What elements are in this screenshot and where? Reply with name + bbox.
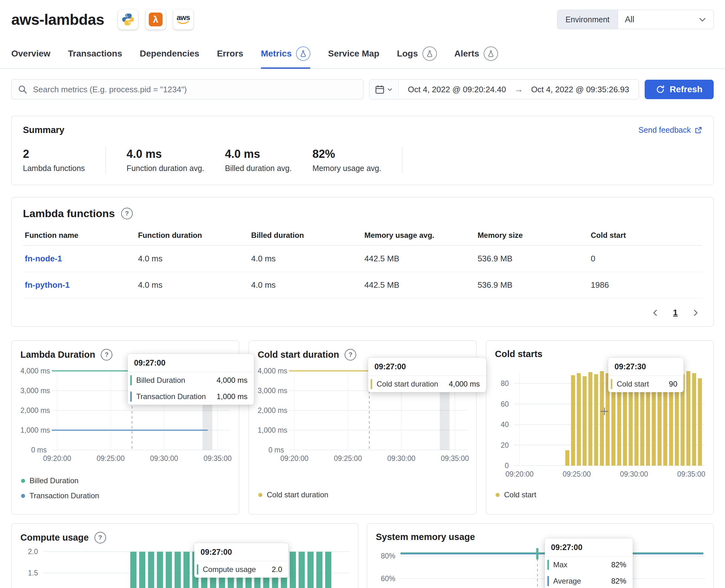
- x-axis-label: 09:30:00: [150, 454, 178, 463]
- tab-alerts[interactable]: Alerts: [454, 46, 498, 68]
- chart-title: System memory usage: [376, 532, 475, 542]
- x-axis-label: 09:35:00: [203, 454, 232, 463]
- chart-tooltip: 09:27:00Max82%Average82%: [545, 539, 633, 588]
- chart-title: Compute usage: [20, 532, 89, 543]
- cell-memory-size: 536.9 MB: [476, 246, 589, 272]
- legend-label: Billed Duration: [29, 476, 79, 485]
- legend-dot-icon: [496, 493, 500, 497]
- tooltip-label: Average: [553, 577, 592, 586]
- tooltip-value: 2.0: [272, 565, 288, 574]
- tooltip-value: 1,000 ms: [216, 392, 254, 401]
- y-axis-label: 0: [495, 462, 509, 470]
- cell-billed-duration: 4.0 ms: [249, 272, 362, 298]
- table-row: fn-node-1 4.0 ms 4.0 ms 442.5 MB 536.9 M…: [23, 246, 702, 272]
- tab-logs[interactable]: Logs: [397, 46, 437, 68]
- beaker-icon: [296, 46, 310, 61]
- environment-value: All: [625, 15, 634, 24]
- summary-title: Summary: [23, 125, 64, 135]
- legend-item[interactable]: Transaction Duration: [21, 491, 99, 500]
- x-axis-label: 09:20:00: [505, 470, 534, 479]
- chart-legend: Cold start duration: [258, 490, 328, 499]
- search-box: [11, 79, 364, 100]
- legend-item[interactable]: Cold start: [496, 490, 536, 499]
- summary-panel: Summary Send feedback 2 Lambda functions…: [11, 116, 714, 185]
- column-header[interactable]: Memory usage avg.: [362, 231, 476, 246]
- series-mark: [130, 392, 132, 402]
- calendar-button[interactable]: [369, 80, 399, 99]
- chart-tooltip: 09:27:00Cold start duration4,000 ms: [368, 358, 486, 392]
- tab-metrics[interactable]: Metrics: [261, 46, 310, 68]
- tooltip-label: Cold start duration: [377, 380, 449, 388]
- tooltip-row: Average82%: [545, 573, 633, 588]
- legend-dot-icon: [21, 479, 25, 483]
- page-number[interactable]: 1: [673, 308, 678, 317]
- stat-function-duration: 4.0 ms Function duration avg.: [126, 147, 204, 173]
- legend-item[interactable]: Billed Duration: [21, 476, 99, 485]
- tab-bar: Overview Transactions Dependencies Error…: [0, 46, 725, 69]
- environment-select[interactable]: All: [618, 10, 714, 29]
- table-row: fn-python-1 4.0 ms 4.0 ms 442.5 MB 536.9…: [23, 272, 702, 298]
- y-axis-label: 40: [495, 420, 509, 429]
- y-axis-label: 1,000 ms: [20, 426, 47, 435]
- x-axis-label: 09:20:00: [43, 454, 71, 463]
- chevron-left-icon[interactable]: [651, 309, 659, 317]
- function-link[interactable]: fn-node-1: [23, 246, 136, 272]
- search-input[interactable]: [32, 84, 357, 95]
- y-axis-label: 60: [495, 400, 509, 408]
- column-header[interactable]: Memory size: [476, 231, 589, 246]
- legend-item[interactable]: Cold start duration: [258, 490, 328, 499]
- chevron-right-icon[interactable]: [691, 309, 700, 317]
- tab-service-map[interactable]: Service Map: [328, 46, 379, 68]
- help-icon[interactable]: ?: [101, 349, 112, 360]
- lambda-duration-chart: Lambda Duration ? 4,000 ms3,000 ms2,000 …: [11, 340, 239, 514]
- column-header[interactable]: Billed duration: [249, 231, 362, 246]
- chevron-down-icon: [698, 15, 706, 23]
- stat-lambda-functions: 2 Lambda functions: [23, 147, 85, 173]
- chart-title: Cold start duration: [258, 350, 339, 360]
- y-axis-label: 2.0: [20, 547, 38, 556]
- cell-cold-start: 0: [589, 246, 702, 272]
- tab-overview[interactable]: Overview: [11, 46, 50, 68]
- tab-transactions[interactable]: Transactions: [68, 46, 122, 68]
- y-axis-label: 4,000 ms: [20, 367, 47, 375]
- function-link[interactable]: fn-python-1: [23, 272, 136, 298]
- column-header[interactable]: Function duration: [136, 231, 249, 246]
- tooltip-row: Billed Duration4,000 ms: [128, 372, 254, 388]
- lambda-logo-icon: λ: [146, 9, 166, 29]
- stat-memory-usage: 82% Memory usage avg.: [312, 147, 381, 173]
- y-axis-label: 2,000 ms: [20, 406, 47, 415]
- tab-errors[interactable]: Errors: [217, 46, 243, 68]
- tooltip-value: 90: [669, 380, 684, 388]
- cell-memory-usage: 442.5 MB: [362, 246, 476, 272]
- x-axis-label: 09:30:00: [620, 470, 648, 479]
- column-header[interactable]: Function name: [23, 231, 136, 246]
- series-mark: [371, 379, 372, 389]
- tab-dependencies[interactable]: Dependencies: [140, 46, 199, 68]
- legend-dot-icon: [21, 494, 25, 498]
- send-feedback-link[interactable]: Send feedback: [638, 126, 702, 134]
- help-icon[interactable]: ?: [345, 349, 356, 360]
- header: aws-lambdas λ aws Environment: [0, 0, 725, 29]
- start-date[interactable]: Oct 4, 2022 @ 09:20:24.40: [408, 85, 506, 94]
- end-date[interactable]: Oct 4, 2022 @ 09:35:26.93: [531, 85, 629, 94]
- series-mark: [611, 379, 612, 389]
- x-axis-label: 09:35:00: [441, 454, 469, 463]
- arrow-right-icon: →: [514, 84, 523, 94]
- cell-cold-start: 1986: [589, 272, 702, 298]
- service-title: aws-lambdas: [11, 11, 104, 28]
- metrics-toolbar: Oct 4, 2022 @ 09:20:24.40 → Oct 4, 2022 …: [0, 79, 725, 100]
- beaker-icon: [422, 46, 437, 61]
- chart-title: Cold starts: [495, 349, 542, 359]
- y-axis-label: 80%: [376, 552, 395, 560]
- search-icon: [18, 85, 27, 94]
- help-icon[interactable]: ?: [121, 208, 133, 219]
- python-logo-icon: [118, 9, 138, 29]
- refresh-button[interactable]: Refresh: [645, 80, 714, 99]
- chart-legend: Cold start: [496, 490, 536, 499]
- series-mark: [547, 560, 549, 570]
- tooltip-time: 09:27:00: [128, 354, 254, 372]
- column-header[interactable]: Cold start: [589, 231, 702, 246]
- beaker-icon: [484, 46, 498, 61]
- refresh-icon: [656, 85, 665, 94]
- help-icon[interactable]: ?: [95, 532, 106, 543]
